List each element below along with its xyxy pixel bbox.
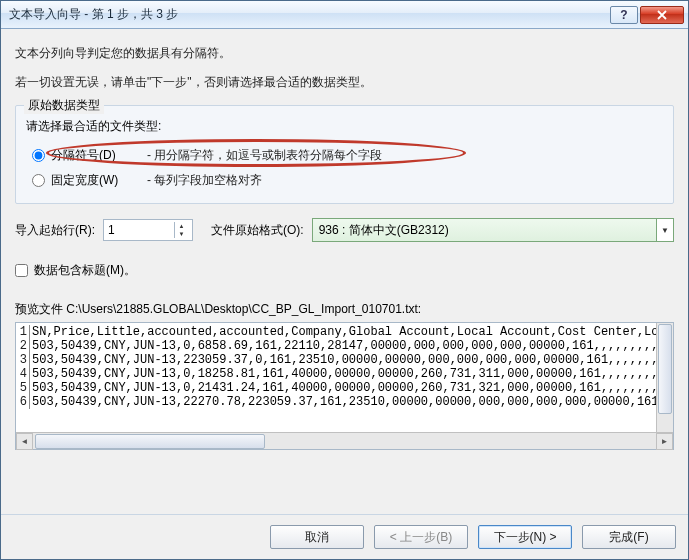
titlebar: 文本导入向导 - 第 1 步，共 3 步 ? bbox=[1, 1, 688, 29]
help-button[interactable]: ? bbox=[610, 6, 638, 24]
file-origin-value: 936 : 简体中文(GB2312) bbox=[319, 222, 667, 239]
cancel-button[interactable]: 取消 bbox=[270, 525, 364, 549]
scroll-thumb[interactable] bbox=[658, 324, 672, 414]
scroll-track[interactable] bbox=[33, 433, 656, 450]
close-icon bbox=[657, 10, 667, 20]
row-number: 6 bbox=[16, 395, 30, 409]
file-origin-label: 文件原始格式(O): bbox=[211, 222, 304, 239]
delimited-desc: - 用分隔字符，如逗号或制表符分隔每个字段 bbox=[147, 147, 382, 164]
row-number: 3 bbox=[16, 353, 30, 367]
close-button[interactable] bbox=[640, 6, 684, 24]
fixed-width-option[interactable]: 固定宽度(W) - 每列字段加空格对齐 bbox=[26, 168, 663, 193]
row-number: 4 bbox=[16, 367, 30, 381]
row-text: 503,50439,CNY,JUN-13,0,21431.24,161,4000… bbox=[30, 381, 666, 395]
group-title: 原始数据类型 bbox=[24, 97, 104, 114]
preview-row: 4503,50439,CNY,JUN-13,0,18258.81,161,400… bbox=[16, 367, 673, 381]
highlighted-option-wrap: 分隔符号(D) - 用分隔字符，如逗号或制表符分隔每个字段 bbox=[26, 143, 663, 168]
start-row-input[interactable] bbox=[104, 221, 174, 239]
original-data-type-group: 原始数据类型 请选择最合适的文件类型: 分隔符号(D) - 用分隔字符，如逗号或… bbox=[15, 105, 674, 204]
scroll-thumb[interactable] bbox=[35, 434, 265, 449]
row-number: 5 bbox=[16, 381, 30, 395]
row-text: 503,50439,CNY,JUN-13,0,18258.81,161,4000… bbox=[30, 367, 666, 381]
preview-row: 3503,50439,CNY,JUN-13,223059.37,0,161,23… bbox=[16, 353, 673, 367]
group-subtitle: 请选择最合适的文件类型: bbox=[26, 118, 663, 135]
next-button[interactable]: 下一步(N) > bbox=[478, 525, 572, 549]
finish-button[interactable]: 完成(F) bbox=[582, 525, 676, 549]
content-area: 文本分列向导判定您的数据具有分隔符。 若一切设置无误，请单击"下一步"，否则请选… bbox=[1, 29, 688, 514]
row-number: 2 bbox=[16, 339, 30, 353]
vertical-scrollbar[interactable] bbox=[656, 323, 673, 432]
wizard-window: 文本导入向导 - 第 1 步，共 3 步 ? 文本分列向导判定您的数据具有分隔符… bbox=[0, 0, 689, 560]
preview-row: 2503,50439,CNY,JUN-13,0,6858.69,161,2211… bbox=[16, 339, 673, 353]
row-text: SN,Price,Little,accounted,accounted,Comp… bbox=[30, 325, 666, 339]
fixed-width-radio[interactable] bbox=[32, 174, 45, 187]
has-header-label: 数据包含标题(M)。 bbox=[34, 262, 136, 279]
window-title: 文本导入向导 - 第 1 步，共 3 步 bbox=[9, 6, 608, 23]
fixed-width-desc: - 每列字段加空格对齐 bbox=[147, 172, 262, 189]
horizontal-scrollbar[interactable]: ◄ ► bbox=[16, 432, 673, 449]
chevron-down-icon[interactable]: ▼ bbox=[656, 218, 674, 242]
file-origin-combo[interactable]: 936 : 简体中文(GB2312) ▼ bbox=[312, 218, 674, 242]
preview-row: 5503,50439,CNY,JUN-13,0,21431.24,161,400… bbox=[16, 381, 673, 395]
row-text: 503,50439,CNY,JUN-13,223059.37,0,161,235… bbox=[30, 353, 666, 367]
spinner-up-icon[interactable]: ▲ bbox=[174, 222, 188, 230]
start-row-label: 导入起始行(R): bbox=[15, 222, 95, 239]
fixed-width-label: 固定宽度(W) bbox=[51, 172, 141, 189]
preview-box: 1SN,Price,Little,accounted,accounted,Com… bbox=[15, 322, 674, 450]
back-button: < 上一步(B) bbox=[374, 525, 468, 549]
intro-line-2: 若一切设置无误，请单击"下一步"，否则请选择最合适的数据类型。 bbox=[15, 74, 674, 91]
header-checkbox-row[interactable]: 数据包含标题(M)。 bbox=[15, 262, 674, 279]
row-text: 503,50439,CNY,JUN-13,22270.78,223059.37,… bbox=[30, 395, 666, 409]
import-settings-row: 导入起始行(R): ▲ ▼ 文件原始格式(O): 936 : 简体中文(GB23… bbox=[15, 218, 674, 242]
delimited-radio[interactable] bbox=[32, 149, 45, 162]
intro-line-1: 文本分列向导判定您的数据具有分隔符。 bbox=[15, 45, 674, 62]
scroll-left-icon[interactable]: ◄ bbox=[16, 433, 33, 450]
start-row-spinner[interactable]: ▲ ▼ bbox=[103, 219, 193, 241]
spinner-down-icon[interactable]: ▼ bbox=[174, 230, 188, 238]
preview-label: 预览文件 C:\Users\21885.GLOBAL\Desktop\CC_BP… bbox=[15, 301, 674, 318]
preview-content: 1SN,Price,Little,accounted,accounted,Com… bbox=[16, 323, 673, 449]
has-header-checkbox[interactable] bbox=[15, 264, 28, 277]
preview-row: 6503,50439,CNY,JUN-13,22270.78,223059.37… bbox=[16, 395, 673, 409]
row-number: 1 bbox=[16, 325, 30, 339]
preview-row: 1SN,Price,Little,accounted,accounted,Com… bbox=[16, 325, 673, 339]
row-text: 503,50439,CNY,JUN-13,0,6858.69,161,22110… bbox=[30, 339, 666, 353]
scroll-right-icon[interactable]: ► bbox=[656, 433, 673, 450]
footer-buttons: 取消 < 上一步(B) 下一步(N) > 完成(F) bbox=[1, 514, 688, 559]
delimited-option[interactable]: 分隔符号(D) - 用分隔字符，如逗号或制表符分隔每个字段 bbox=[26, 143, 663, 168]
delimited-label: 分隔符号(D) bbox=[51, 147, 141, 164]
